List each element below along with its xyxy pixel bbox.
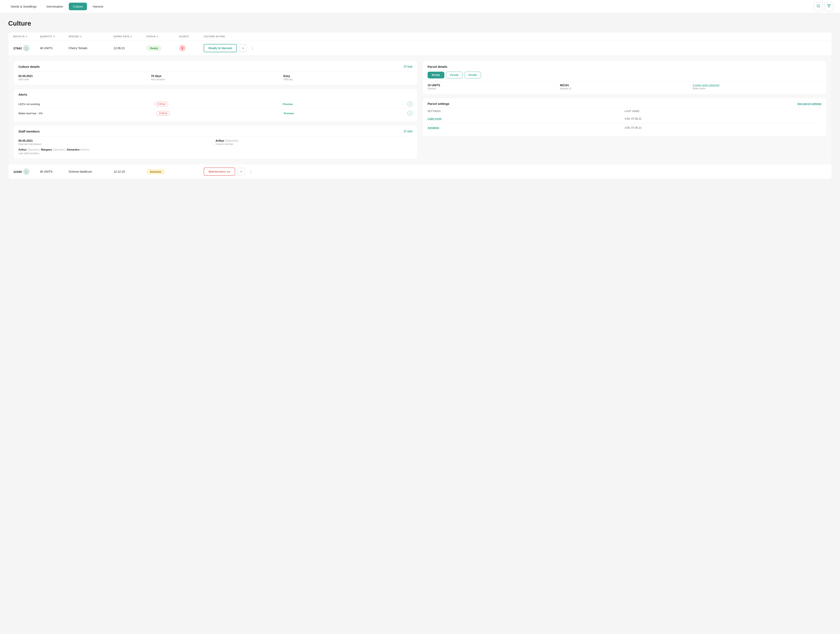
page-title: Culture [8, 20, 832, 27]
parcel-settings-title: Parcel settings [428, 102, 450, 106]
batch-status-cell-1: Ready [146, 46, 179, 51]
settings-name-1[interactable]: Aeriation [428, 126, 625, 129]
alert-close-1[interactable] [407, 111, 412, 116]
collapse-button-2[interactable] [238, 168, 245, 175]
batch-id-1: 27842 [13, 45, 40, 51]
batch-quantity-2: 40 UNITS [40, 170, 69, 173]
parcel-water-tanks-link[interactable]: 3 water tanks attached [693, 84, 818, 87]
settings-col-settings: Settings [428, 110, 625, 112]
alert-preview-0[interactable]: Preview [283, 103, 293, 106]
staff-card: Staff members Edit 05.05.2021 [13, 125, 418, 159]
parcel-tab-pc103[interactable]: PC103 [464, 72, 481, 78]
sort-icon-batch: ⇅ [25, 35, 27, 38]
refresh-button-2[interactable] [24, 169, 29, 174]
last-staff-3-role: (Admin) [80, 148, 90, 151]
svg-line-1 [819, 6, 819, 7]
current-member-value: Arthur (Operator) [216, 139, 406, 142]
col-header-quantity: QUANTITY ⇅ [40, 35, 69, 38]
collapse-button-1[interactable] [239, 44, 246, 52]
last-staff-members: Arthur (Operator), Margaux (Operator), A… [19, 148, 412, 155]
batch-card-1: 27842 40 UNITS Cherry Tomato 12.06.21 Re… [8, 41, 832, 164]
settings-col-last-used: Last used [625, 110, 822, 112]
refresh-button-1[interactable] [24, 45, 29, 51]
alert-close-0[interactable] [407, 101, 412, 106]
nav-seeds-seedlings[interactable]: Seeds & Seedlings [6, 3, 41, 10]
culture-details-info: 02.05.2021 Start date 70 days Max durati… [19, 72, 412, 81]
page-content: Culture BATCH ID ⇅ QUANTITY ⇅ SPECIES ⇅ … [0, 13, 840, 186]
see-parcel-settings-link[interactable]: See parcel settings [797, 102, 822, 105]
parcel-planted: 10 UNITS Planted [428, 84, 557, 90]
parcel-tab-pc101[interactable]: PC101 [428, 72, 444, 78]
culture-table: BATCH ID ⇅ QUANTITY ⇅ SPECIES ⇅ EXPIRY D… [8, 32, 832, 179]
parcel-tab-pc102[interactable]: PC102 [446, 72, 463, 78]
parcel-tabs: PC101 PC102 PC103 [428, 72, 821, 78]
parcel-module-id-value: MZ101 [560, 84, 686, 87]
current-member-label: Current member [216, 143, 406, 145]
staff-date-row: 05.05.2021 Date last interviewed Arthur … [19, 136, 412, 145]
parcel-planted-value: 10 UNITS [428, 84, 553, 87]
batch-action-cell-1: Ready to Harvest ⋮ [204, 44, 827, 52]
batch-species-2: Ocimum basilicum [69, 170, 114, 173]
nav-items: Seeds & Seedlings Germination Culture Ha… [6, 3, 107, 10]
nav-actions [814, 2, 834, 11]
search-icon [816, 4, 820, 9]
sort-icon-qty: ⇅ [53, 35, 55, 38]
batch-action-cell-2: Maintenance on ⋮ [204, 168, 827, 176]
settings-name-0[interactable]: Light cycle [428, 117, 625, 120]
alert-severity-0: Critical [155, 102, 168, 106]
alert-item-1: Water level low - 2% Critical Preview [19, 109, 412, 118]
parcel-details-title: Parcel details [428, 65, 821, 68]
alert-name-1: Water level low - 2% [19, 112, 43, 115]
svg-marker-2 [827, 5, 831, 7]
filter-icon [827, 4, 831, 9]
col-header-batch-id: BATCH ID ⇅ [13, 35, 40, 38]
culture-details-edit[interactable]: Edit [404, 65, 412, 68]
interview-date-value: 05.05.2021 [19, 139, 209, 142]
col-header-species: SPECIES ⇅ [69, 35, 114, 38]
batch-quantity-1: 40 UNITS [40, 46, 69, 50]
more-options-button-2[interactable]: ⋮ [248, 169, 254, 175]
more-options-button-1[interactable]: ⋮ [249, 45, 256, 51]
start-date-value: 02.05.2021 [19, 74, 144, 77]
last-staff-1-name: Arthur [19, 148, 27, 151]
col-header-alerts: ALERTS [179, 35, 204, 38]
navigation: Seeds & Seedlings Germination Culture Ha… [0, 0, 840, 13]
filter-button[interactable] [824, 2, 834, 11]
staff-edit[interactable]: Edit [404, 130, 412, 133]
parcel-module-id-label: Module ID [560, 87, 686, 90]
col-header-culture-action: CULTURE ACTION [204, 35, 827, 38]
settings-value-1: 2:00, 07.05.21 [625, 126, 822, 129]
table-header: BATCH ID ⇅ QUANTITY ⇅ SPECIES ⇅ EXPIRY D… [8, 32, 832, 41]
nav-culture[interactable]: Culture [69, 3, 87, 10]
alert-preview-1[interactable]: Preview [284, 112, 294, 115]
settings-value-0: 2:00, 07.05.21 [625, 117, 822, 120]
difficulty-value: Easy [283, 74, 409, 77]
edit-icon-culture [404, 65, 406, 68]
detail-left-1: Culture details Edit 02.05.2021 [13, 61, 418, 159]
batch-status-cell-2: Incourse [146, 169, 179, 174]
sort-icon-species: ⇅ [80, 35, 82, 38]
parcel-settings-header: Parcel settings See parcel settings [428, 102, 821, 106]
difficulty-item: Easy Difficulty [283, 74, 412, 81]
batch-card-2: 12345 40 UNITS Ocimum basilicum 12.12.19… [8, 164, 832, 179]
maintenance-button[interactable]: Maintenance on [204, 168, 235, 176]
nav-germination[interactable]: Germination [43, 3, 67, 10]
detail-right-1: Parcel details PC101 PC102 PC103 10 UNIT… [422, 61, 827, 159]
culture-details-title: Culture details Edit [19, 65, 412, 68]
last-staff-2-role: (Operator), [53, 148, 66, 151]
batch-expiry-2: 12.12.19 [114, 170, 146, 173]
detail-panel-1: Culture details Edit 02.05.2021 [8, 56, 832, 164]
nav-harvest[interactable]: Harvest [88, 3, 107, 10]
start-date-item: 02.05.2021 Start date [19, 74, 148, 81]
sort-icon-expiry: ⇅ [130, 35, 132, 38]
search-button[interactable] [814, 2, 823, 11]
parcel-module-id: MZ101 Module ID [560, 84, 689, 90]
ready-to-harvest-button[interactable]: Ready to Harvest [204, 44, 237, 52]
start-date-label: Start date [19, 78, 144, 81]
last-staff-2-name: Margaux [41, 148, 52, 151]
max-duration-value: 70 days [151, 74, 276, 77]
col-header-status: STATUS ⇅ [146, 35, 179, 38]
difficulty-label: Difficulty [283, 78, 409, 81]
status-badge-2: Incourse [146, 169, 165, 174]
last-staff-1-role: (Operator), [27, 148, 40, 151]
